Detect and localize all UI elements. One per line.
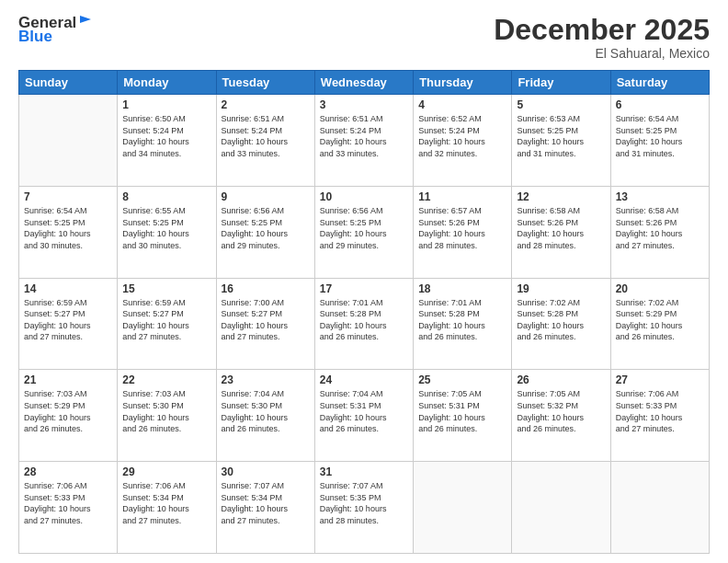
table-row: 23Sunrise: 7:04 AM Sunset: 5:30 PM Dayli… [216, 370, 314, 462]
table-row: 7Sunrise: 6:54 AM Sunset: 5:25 PM Daylig… [19, 186, 118, 278]
day-number: 1 [122, 98, 210, 111]
day-number: 25 [418, 373, 506, 386]
day-number: 3 [320, 98, 408, 111]
day-info: Sunrise: 7:02 AM Sunset: 5:29 PM Dayligh… [616, 297, 704, 343]
table-row [512, 462, 610, 554]
day-info: Sunrise: 7:03 AM Sunset: 5:29 PM Dayligh… [24, 388, 112, 434]
day-number: 12 [517, 190, 605, 203]
day-info: Sunrise: 7:07 AM Sunset: 5:34 PM Dayligh… [222, 480, 310, 526]
day-number: 26 [517, 373, 605, 386]
day-info: Sunrise: 6:56 AM Sunset: 5:25 PM Dayligh… [320, 205, 408, 251]
day-number: 11 [418, 190, 506, 203]
table-row: 28Sunrise: 7:06 AM Sunset: 5:33 PM Dayli… [19, 462, 118, 554]
table-row [19, 95, 118, 187]
table-row: 5Sunrise: 6:53 AM Sunset: 5:25 PM Daylig… [512, 95, 610, 187]
day-number: 15 [122, 282, 210, 295]
header: General Blue December 2025 El Sahuaral, … [18, 14, 710, 61]
day-info: Sunrise: 6:52 AM Sunset: 5:24 PM Dayligh… [418, 113, 506, 159]
col-friday: Friday [512, 71, 610, 95]
day-number: 2 [222, 98, 310, 111]
day-info: Sunrise: 7:04 AM Sunset: 5:31 PM Dayligh… [320, 388, 408, 434]
page: General Blue December 2025 El Sahuaral, … [0, 0, 728, 563]
day-number: 16 [222, 282, 310, 295]
day-number: 31 [320, 465, 408, 478]
table-row: 9Sunrise: 6:56 AM Sunset: 5:25 PM Daylig… [216, 186, 314, 278]
day-info: Sunrise: 7:05 AM Sunset: 5:31 PM Dayligh… [418, 388, 506, 434]
day-number: 5 [517, 98, 605, 111]
logo-flag-icon [78, 14, 95, 30]
day-info: Sunrise: 7:01 AM Sunset: 5:28 PM Dayligh… [418, 297, 506, 343]
col-wednesday: Wednesday [314, 71, 413, 95]
table-row: 1Sunrise: 6:50 AM Sunset: 5:24 PM Daylig… [118, 95, 216, 187]
table-row: 10Sunrise: 6:56 AM Sunset: 5:25 PM Dayli… [314, 186, 413, 278]
day-number: 14 [24, 282, 112, 295]
table-row: 12Sunrise: 6:58 AM Sunset: 5:26 PM Dayli… [512, 186, 610, 278]
location-subtitle: El Sahuaral, Mexico [494, 46, 710, 61]
day-number: 10 [320, 190, 408, 203]
table-row: 16Sunrise: 7:00 AM Sunset: 5:27 PM Dayli… [216, 278, 314, 370]
title-block: December 2025 El Sahuaral, Mexico [494, 14, 710, 61]
day-number: 27 [616, 373, 704, 386]
calendar-week-row: 7Sunrise: 6:54 AM Sunset: 5:25 PM Daylig… [19, 186, 710, 278]
day-number: 7 [24, 190, 112, 203]
day-info: Sunrise: 6:51 AM Sunset: 5:24 PM Dayligh… [320, 113, 408, 159]
logo-text-blue: Blue [18, 29, 52, 46]
day-info: Sunrise: 6:58 AM Sunset: 5:26 PM Dayligh… [616, 205, 704, 251]
table-row: 14Sunrise: 6:59 AM Sunset: 5:27 PM Dayli… [19, 278, 118, 370]
day-number: 18 [418, 282, 506, 295]
day-info: Sunrise: 7:03 AM Sunset: 5:30 PM Dayligh… [122, 388, 210, 434]
day-info: Sunrise: 6:58 AM Sunset: 5:26 PM Dayligh… [517, 205, 605, 251]
day-number: 4 [418, 98, 506, 111]
day-number: 23 [222, 373, 310, 386]
col-saturday: Saturday [610, 71, 709, 95]
day-info: Sunrise: 6:57 AM Sunset: 5:26 PM Dayligh… [418, 205, 506, 251]
day-number: 13 [616, 190, 704, 203]
day-info: Sunrise: 7:07 AM Sunset: 5:35 PM Dayligh… [320, 480, 408, 526]
day-number: 29 [122, 465, 210, 478]
table-row [414, 462, 512, 554]
table-row: 21Sunrise: 7:03 AM Sunset: 5:29 PM Dayli… [19, 370, 118, 462]
table-row: 22Sunrise: 7:03 AM Sunset: 5:30 PM Dayli… [118, 370, 216, 462]
day-number: 24 [320, 373, 408, 386]
col-sunday: Sunday [19, 71, 118, 95]
table-row: 31Sunrise: 7:07 AM Sunset: 5:35 PM Dayli… [314, 462, 413, 554]
day-info: Sunrise: 6:51 AM Sunset: 5:24 PM Dayligh… [222, 113, 310, 159]
col-thursday: Thursday [414, 71, 512, 95]
day-number: 8 [122, 190, 210, 203]
day-info: Sunrise: 7:05 AM Sunset: 5:32 PM Dayligh… [517, 388, 605, 434]
table-row: 18Sunrise: 7:01 AM Sunset: 5:28 PM Dayli… [414, 278, 512, 370]
calendar-week-row: 14Sunrise: 6:59 AM Sunset: 5:27 PM Dayli… [19, 278, 710, 370]
table-row: 13Sunrise: 6:58 AM Sunset: 5:26 PM Dayli… [610, 186, 709, 278]
day-info: Sunrise: 6:50 AM Sunset: 5:24 PM Dayligh… [122, 113, 210, 159]
day-info: Sunrise: 7:06 AM Sunset: 5:33 PM Dayligh… [616, 388, 704, 434]
day-number: 20 [616, 282, 704, 295]
col-monday: Monday [118, 71, 216, 95]
table-row: 8Sunrise: 6:55 AM Sunset: 5:25 PM Daylig… [118, 186, 216, 278]
table-row: 24Sunrise: 7:04 AM Sunset: 5:31 PM Dayli… [314, 370, 413, 462]
table-row: 30Sunrise: 7:07 AM Sunset: 5:34 PM Dayli… [216, 462, 314, 554]
day-info: Sunrise: 7:00 AM Sunset: 5:27 PM Dayligh… [222, 297, 310, 343]
day-info: Sunrise: 6:59 AM Sunset: 5:27 PM Dayligh… [24, 297, 112, 343]
table-row: 27Sunrise: 7:06 AM Sunset: 5:33 PM Dayli… [610, 370, 709, 462]
day-info: Sunrise: 7:01 AM Sunset: 5:28 PM Dayligh… [320, 297, 408, 343]
logo: General Blue [18, 14, 95, 46]
calendar-week-row: 21Sunrise: 7:03 AM Sunset: 5:29 PM Dayli… [19, 370, 710, 462]
table-row: 25Sunrise: 7:05 AM Sunset: 5:31 PM Dayli… [414, 370, 512, 462]
table-row: 19Sunrise: 7:02 AM Sunset: 5:28 PM Dayli… [512, 278, 610, 370]
day-info: Sunrise: 6:55 AM Sunset: 5:25 PM Dayligh… [122, 205, 210, 251]
day-number: 6 [616, 98, 704, 111]
table-row: 17Sunrise: 7:01 AM Sunset: 5:28 PM Dayli… [314, 278, 413, 370]
day-info: Sunrise: 7:06 AM Sunset: 5:34 PM Dayligh… [122, 480, 210, 526]
svg-marker-0 [80, 16, 91, 23]
calendar-week-row: 1Sunrise: 6:50 AM Sunset: 5:24 PM Daylig… [19, 95, 710, 187]
table-row: 11Sunrise: 6:57 AM Sunset: 5:26 PM Dayli… [414, 186, 512, 278]
day-info: Sunrise: 7:02 AM Sunset: 5:28 PM Dayligh… [517, 297, 605, 343]
day-number: 28 [24, 465, 112, 478]
table-row [610, 462, 709, 554]
table-row: 29Sunrise: 7:06 AM Sunset: 5:34 PM Dayli… [118, 462, 216, 554]
table-row: 4Sunrise: 6:52 AM Sunset: 5:24 PM Daylig… [414, 95, 512, 187]
calendar-table: Sunday Monday Tuesday Wednesday Thursday… [18, 70, 710, 554]
calendar-week-row: 28Sunrise: 7:06 AM Sunset: 5:33 PM Dayli… [19, 462, 710, 554]
header-row: Sunday Monday Tuesday Wednesday Thursday… [19, 71, 710, 95]
day-info: Sunrise: 6:54 AM Sunset: 5:25 PM Dayligh… [616, 113, 704, 159]
